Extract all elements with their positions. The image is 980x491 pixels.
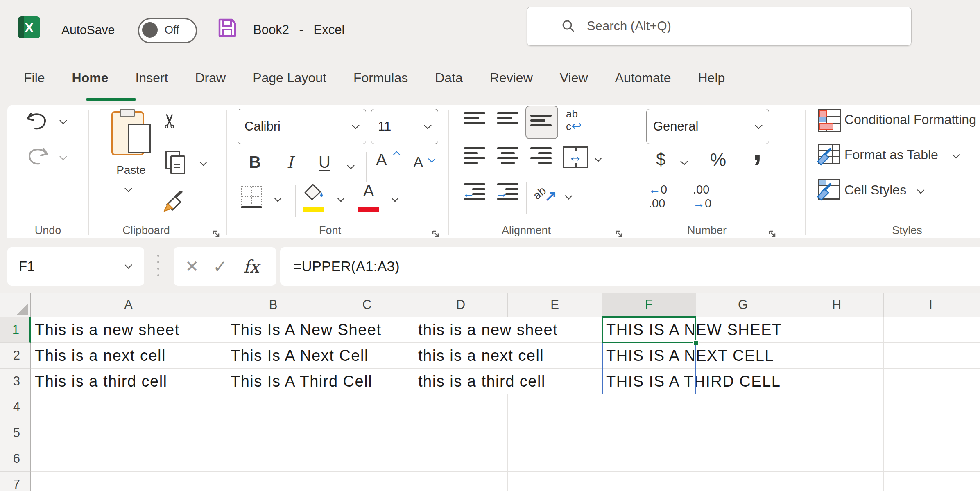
cell-A2[interactable]: This is a next cell bbox=[35, 343, 166, 369]
column-header-G[interactable]: G bbox=[696, 293, 790, 317]
decrease-decimal-arrow: → bbox=[693, 197, 705, 210]
wrap-text-button[interactable]: ab c↩ bbox=[566, 108, 591, 133]
tab-formulas[interactable]: Formulas bbox=[353, 70, 408, 86]
conditional-formatting-button[interactable]: Conditional Formatting bbox=[818, 108, 980, 133]
font-color-button[interactable]: A bbox=[358, 182, 379, 214]
row-header-4[interactable]: 4 bbox=[0, 394, 31, 420]
tab-automate[interactable]: Automate bbox=[615, 70, 671, 86]
font-dialog-launcher[interactable] bbox=[431, 229, 441, 239]
tab-file[interactable]: File bbox=[24, 70, 45, 86]
formula-input[interactable]: =UPPER(A1:A3) bbox=[280, 247, 980, 286]
cell-B1[interactable]: This Is A New Sheet bbox=[231, 317, 382, 343]
redo-icon[interactable] bbox=[25, 146, 49, 167]
align-left-button[interactable] bbox=[464, 147, 485, 164]
excel-window: X AutoSave Off Book2 - Excel Search (Alt… bbox=[0, 0, 980, 491]
cell-A1[interactable]: This is a new sheet bbox=[35, 317, 180, 343]
cell-A3[interactable]: This is a third cell bbox=[35, 369, 167, 394]
name-box-value: F1 bbox=[19, 259, 35, 274]
underline-button[interactable]: U bbox=[319, 153, 330, 171]
row-header-3[interactable]: 3 bbox=[0, 369, 31, 394]
row-header-1[interactable]: 1 bbox=[0, 317, 31, 343]
number-format-combo[interactable]: General bbox=[646, 109, 769, 144]
cell-D3[interactable]: this is a third cell bbox=[418, 369, 545, 394]
orientation-button[interactable]: ab ↗ bbox=[533, 182, 559, 207]
column-header-B[interactable]: B bbox=[226, 293, 320, 317]
borders-button[interactable] bbox=[241, 186, 262, 208]
column-header-I[interactable]: I bbox=[884, 293, 978, 317]
save-icon[interactable] bbox=[216, 17, 238, 38]
currency-button[interactable]: $ bbox=[656, 150, 665, 169]
cell-gridline bbox=[226, 394, 227, 420]
percent-button[interactable]: % bbox=[710, 150, 726, 170]
tab-home[interactable]: Home bbox=[72, 70, 109, 86]
fill-handle[interactable] bbox=[693, 340, 699, 345]
column-header-C[interactable]: C bbox=[320, 293, 414, 317]
tab-insert[interactable]: Insert bbox=[135, 70, 168, 86]
bold-button[interactable]: B bbox=[249, 153, 261, 171]
copy-icon[interactable] bbox=[165, 151, 188, 174]
format-painter-icon[interactable] bbox=[162, 191, 186, 214]
italic-button[interactable]: I bbox=[287, 153, 293, 172]
row-header-5[interactable]: 5 bbox=[0, 420, 31, 446]
select-all-button[interactable] bbox=[0, 293, 31, 317]
cell-styles-icon bbox=[818, 179, 840, 200]
tab-help[interactable]: Help bbox=[698, 70, 725, 86]
column-header-H[interactable]: H bbox=[790, 293, 884, 317]
row-header-6[interactable]: 6 bbox=[0, 446, 31, 472]
cell-B2[interactable]: This Is A Next Cell bbox=[231, 343, 369, 369]
column-header-A[interactable]: A bbox=[31, 293, 226, 317]
cell-D1[interactable]: this is a new sheet bbox=[418, 317, 558, 343]
window-title: Book2 - Excel bbox=[253, 23, 344, 37]
formula-bar-handle[interactable] bbox=[157, 255, 160, 279]
cell-D2[interactable]: this is a next cell bbox=[418, 343, 544, 369]
excel-app-icon[interactable]: X bbox=[18, 16, 40, 38]
increase-indent-button[interactable]: → bbox=[497, 183, 520, 205]
cell-gridline bbox=[978, 369, 978, 394]
shrink-font-button[interactable]: A bbox=[414, 154, 441, 177]
cancel-icon[interactable]: ✕ bbox=[185, 257, 199, 276]
font-name-combo[interactable]: Calibri bbox=[238, 109, 366, 144]
tab-view[interactable]: View bbox=[560, 70, 588, 86]
enter-icon[interactable]: ✓ bbox=[213, 257, 227, 277]
column-header-F[interactable]: F bbox=[602, 293, 696, 317]
tab-page-layout[interactable]: Page Layout bbox=[253, 70, 326, 86]
comma-button[interactable]: , bbox=[753, 130, 762, 168]
fx-icon[interactable]: fx bbox=[243, 257, 259, 277]
align-right-button[interactable] bbox=[530, 147, 552, 164]
name-box[interactable]: F1 bbox=[7, 247, 144, 286]
tab-review[interactable]: Review bbox=[490, 70, 533, 86]
decrease-indent-button[interactable]: ← bbox=[464, 183, 487, 205]
align-center-button[interactable] bbox=[497, 147, 518, 164]
paste-button[interactable]: Paste bbox=[106, 108, 156, 210]
undo-icon[interactable] bbox=[25, 111, 49, 132]
clipboard-dialog-launcher[interactable] bbox=[211, 229, 221, 239]
increase-decimal-button[interactable]: ←0 .00 bbox=[649, 182, 688, 212]
align-top-button[interactable] bbox=[464, 112, 485, 124]
increase-decimal-arrow: ← bbox=[649, 183, 661, 196]
number-dialog-launcher[interactable] bbox=[767, 229, 777, 239]
merge-center-button[interactable]: ↔ bbox=[563, 146, 588, 168]
cell-B3[interactable]: This Is A Third Cell bbox=[231, 369, 372, 394]
alignment-dialog-launcher[interactable] bbox=[614, 229, 624, 239]
cell-styles-button[interactable]: Cell Styles bbox=[818, 178, 980, 204]
align-bottom-button[interactable] bbox=[525, 106, 558, 139]
autosave-toggle[interactable]: Off bbox=[138, 18, 197, 43]
decrease-decimal-button[interactable]: .00 →0 bbox=[693, 182, 732, 212]
row-header-2[interactable]: 2 bbox=[0, 343, 31, 369]
grow-font-button[interactable]: A bbox=[376, 151, 405, 175]
align-middle-button[interactable] bbox=[497, 112, 518, 124]
cut-icon[interactable]: ✂ bbox=[158, 112, 182, 129]
paste-icon bbox=[111, 111, 144, 155]
document-name: Book2 bbox=[253, 23, 289, 37]
tab-draw[interactable]: Draw bbox=[195, 70, 226, 86]
cell-gridline bbox=[978, 317, 978, 343]
row-header-7[interactable]: 7 bbox=[0, 472, 31, 491]
column-header-E[interactable]: E bbox=[508, 293, 602, 317]
search-box[interactable]: Search (Alt+Q) bbox=[527, 7, 912, 46]
font-size-combo[interactable]: 11 bbox=[371, 109, 438, 144]
fill-color-button[interactable] bbox=[303, 183, 326, 214]
format-as-table-button[interactable]: Format as Table bbox=[818, 143, 980, 169]
tab-data[interactable]: Data bbox=[435, 70, 463, 86]
column-header-D[interactable]: D bbox=[414, 293, 508, 317]
paste-chevron bbox=[124, 185, 132, 192]
